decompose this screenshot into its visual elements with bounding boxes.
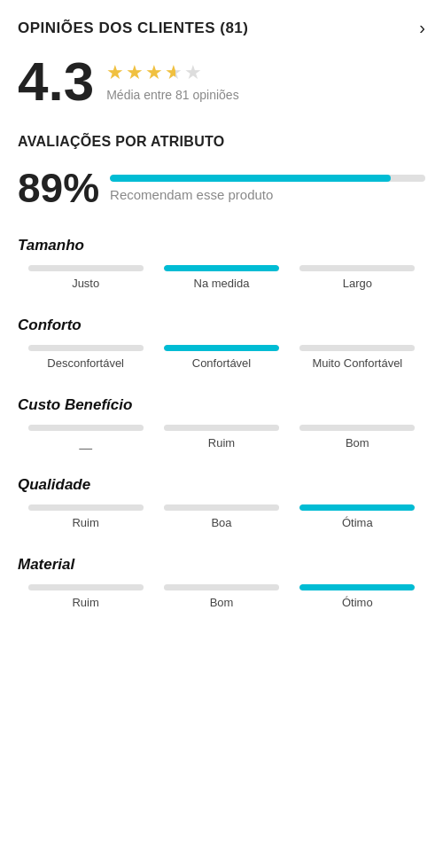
stars-row: ★★★★★ bbox=[106, 61, 238, 84]
attribute-label-3: Qualidade bbox=[18, 476, 425, 494]
recommend-row: 89% Recomendam esse produto bbox=[18, 168, 425, 208]
attr-val-label-2-0: __ bbox=[79, 436, 91, 451]
chevron-right-icon[interactable]: › bbox=[419, 18, 425, 38]
attr-col-3-2: Ótima bbox=[290, 504, 425, 531]
attribute-bars-1: DesconfortávelConfortávelMuito Confortáv… bbox=[18, 345, 425, 371]
attr-val-label-3-0: Ruim bbox=[72, 516, 98, 531]
attr-val-label-0-1: Na medida bbox=[194, 277, 250, 292]
recommend-bar-bg bbox=[110, 175, 425, 182]
attribute-bars-2: __RuimBom bbox=[18, 425, 425, 451]
attr-bar-bg-2-2 bbox=[299, 425, 415, 431]
attr-val-label-3-2: Ótima bbox=[342, 516, 373, 531]
attr-val-label-2-2: Bom bbox=[346, 436, 369, 451]
recommend-bar-wrap: Recomendam esse produto bbox=[110, 175, 425, 202]
reviews-header[interactable]: OPINIÕES DOS CLIENTES (81) › bbox=[18, 18, 425, 38]
rating-subtitle: Média entre 81 opiniões bbox=[106, 88, 238, 102]
attr-col-0-0: Justo bbox=[18, 265, 153, 292]
attribute-bars-3: RuimBoaÓtima bbox=[18, 504, 425, 531]
attr-bar-bg-4-0 bbox=[28, 584, 144, 590]
attr-col-4-2: Ótimo bbox=[290, 584, 425, 611]
attr-col-1-1: Confortável bbox=[153, 345, 289, 371]
star-5: ★ bbox=[184, 61, 202, 84]
recommend-bar-fill bbox=[110, 175, 391, 182]
rating-details: ★★★★★ Média entre 81 opiniões bbox=[106, 61, 238, 102]
attr-bar-bg-4-2 bbox=[299, 584, 415, 590]
attr-bar-bg-4-1 bbox=[164, 584, 279, 590]
attr-bar-fill-1-1 bbox=[164, 345, 279, 351]
attr-col-0-2: Largo bbox=[290, 265, 425, 292]
star-3: ★ bbox=[145, 61, 163, 84]
attr-bar-fill-3-2 bbox=[299, 504, 415, 511]
attributes-section-title: AVALIAÇÕES POR ATRIBUTO bbox=[18, 134, 425, 150]
attr-val-label-1-2: Muito Confortável bbox=[312, 356, 402, 371]
attr-val-label-4-2: Ótimo bbox=[342, 596, 373, 611]
attr-bar-bg-0-0 bbox=[28, 265, 144, 271]
attr-val-label-0-0: Justo bbox=[72, 277, 99, 292]
attr-val-label-1-0: Desconfortável bbox=[47, 356, 124, 371]
star-4: ★ bbox=[165, 61, 183, 84]
attr-val-label-0-2: Largo bbox=[343, 277, 372, 292]
attr-col-4-0: Ruim bbox=[18, 584, 153, 611]
attribute-1: ConfortoDesconfortávelConfortávelMuito C… bbox=[18, 317, 425, 371]
attr-bar-bg-2-1 bbox=[164, 425, 279, 431]
recommend-text: Recomendam esse produto bbox=[110, 187, 425, 202]
attr-bar-bg-0-1 bbox=[164, 265, 279, 271]
attr-val-label-1-1: Confortável bbox=[192, 356, 251, 371]
attr-val-label-3-1: Boa bbox=[211, 516, 231, 531]
attr-col-2-0: __ bbox=[18, 425, 153, 451]
attr-bar-bg-3-1 bbox=[164, 504, 279, 511]
attribute-label-0: Tamanho bbox=[18, 237, 425, 254]
attr-col-2-2: Bom bbox=[290, 425, 425, 451]
attr-val-label-4-1: Bom bbox=[210, 596, 234, 611]
star-2: ★ bbox=[126, 61, 144, 84]
rating-section: 4.3 ★★★★★ Média entre 81 opiniões bbox=[18, 54, 425, 109]
attr-col-4-1: Bom bbox=[153, 584, 289, 611]
attr-col-0-1: Na medida bbox=[153, 265, 289, 292]
attribute-label-2: Custo Benefício bbox=[18, 396, 425, 414]
attr-col-3-0: Ruim bbox=[18, 504, 153, 531]
attribute-4: MaterialRuimBomÓtimo bbox=[18, 556, 425, 611]
attr-val-label-4-0: Ruim bbox=[72, 596, 98, 611]
attribute-label-4: Material bbox=[18, 556, 425, 574]
attr-bar-bg-3-0 bbox=[28, 504, 144, 511]
attr-col-1-2: Muito Confortável bbox=[290, 345, 425, 371]
attr-col-3-1: Boa bbox=[153, 504, 289, 531]
attr-col-1-0: Desconfortável bbox=[18, 345, 153, 371]
attr-bar-bg-1-2 bbox=[299, 345, 415, 351]
attr-bar-fill-4-2 bbox=[299, 584, 415, 590]
recommend-percent: 89% bbox=[18, 168, 99, 208]
attr-val-label-2-1: Ruim bbox=[208, 436, 235, 451]
attr-col-2-1: Ruim bbox=[153, 425, 289, 451]
attribute-label-1: Conforto bbox=[18, 317, 425, 334]
attribute-3: QualidadeRuimBoaÓtima bbox=[18, 476, 425, 531]
attr-bar-bg-1-0 bbox=[28, 345, 144, 351]
attr-bar-bg-0-2 bbox=[299, 265, 415, 271]
attribute-2: Custo Benefício__RuimBom bbox=[18, 396, 425, 451]
attributes-container: TamanhoJustoNa medidaLargoConfortoDescon… bbox=[18, 237, 425, 610]
attribute-0: TamanhoJustoNa medidaLargo bbox=[18, 237, 425, 292]
attr-bar-fill-0-1 bbox=[164, 265, 279, 271]
header-title: OPINIÕES DOS CLIENTES (81) bbox=[18, 20, 249, 37]
attr-bar-bg-3-2 bbox=[299, 504, 415, 511]
star-1: ★ bbox=[106, 61, 124, 84]
attribute-bars-4: RuimBomÓtimo bbox=[18, 584, 425, 611]
attr-bar-bg-1-1 bbox=[164, 345, 279, 351]
attr-bar-bg-2-0 bbox=[28, 425, 144, 431]
rating-number: 4.3 bbox=[18, 54, 94, 109]
attribute-bars-0: JustoNa medidaLargo bbox=[18, 265, 425, 292]
